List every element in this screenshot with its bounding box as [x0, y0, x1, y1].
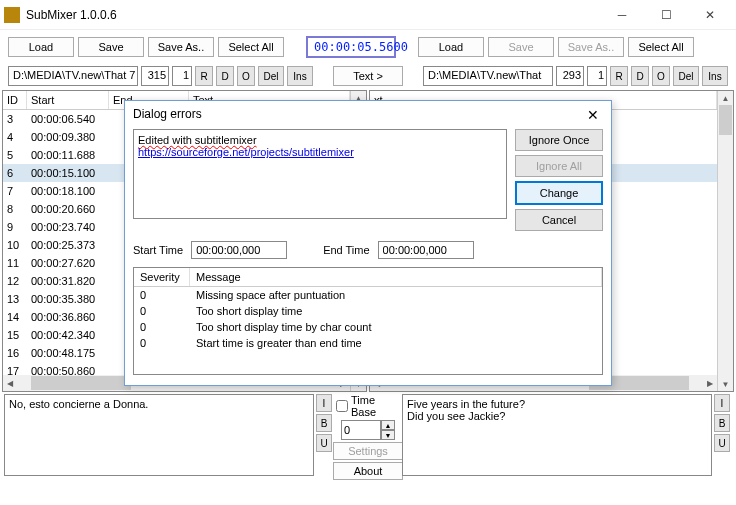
change-button[interactable]: Change [515, 181, 603, 205]
dialog-link[interactable]: https://sourceforge.net/projects/subtitl… [138, 146, 354, 158]
right-r-button[interactable]: R [610, 66, 628, 86]
left-save-button[interactable]: Save [78, 37, 144, 57]
message-header[interactable]: Message [190, 268, 602, 286]
error-row[interactable]: 0Too short display time by char count [134, 319, 602, 335]
underline-button[interactable]: U [714, 434, 730, 452]
col-id[interactable]: ID [3, 91, 27, 109]
left-arrow-icon[interactable]: ◀ [3, 379, 17, 388]
bottom-editors: No, esto concierne a Donna. I B U Time B… [0, 392, 736, 478]
start-time-label: Start Time [133, 244, 183, 256]
app-icon [4, 7, 20, 23]
timebase-check[interactable] [336, 400, 348, 412]
error-list[interactable]: Severity Message 0Missing space after pu… [133, 267, 603, 375]
dialog-titlebar: Dialog errors ✕ [125, 101, 611, 129]
minimize-button[interactable]: ─ [600, 1, 644, 29]
dialog-content[interactable]: Edited with subtitlemixer https://source… [133, 129, 507, 219]
left-format-buttons: I B U [316, 394, 334, 476]
underline-button[interactable]: U [316, 434, 332, 452]
center-controls: Time Base ▲ ▼ Settings About [336, 394, 400, 476]
spinner-input[interactable] [341, 420, 381, 440]
titlebar: SubMixer 1.0.0.6 ─ ☐ ✕ [0, 0, 736, 30]
italic-button[interactable]: I [316, 394, 332, 412]
right-num2[interactable]: 1 [587, 66, 607, 86]
italic-button[interactable]: I [714, 394, 730, 412]
right-load-button[interactable]: Load [418, 37, 484, 57]
timebase-checkbox[interactable]: Time Base [336, 394, 400, 418]
bold-button[interactable]: B [316, 414, 332, 432]
maximize-button[interactable]: ☐ [644, 1, 688, 29]
left-path[interactable]: D:\MEDIA\TV.new\That 7 [8, 66, 138, 86]
right-vscroll[interactable]: ▲ ▼ [717, 91, 733, 391]
dialog-title: Dialog errors [133, 107, 583, 123]
left-d-button[interactable]: D [216, 66, 234, 86]
hscroll-thumb[interactable] [31, 376, 131, 390]
text-direction-button[interactable]: Text > [333, 66, 403, 86]
right-arrow-icon[interactable]: ▶ [703, 379, 717, 388]
time-position[interactable]: 00:00:05.5600 [306, 36, 396, 58]
right-del-button[interactable]: Del [673, 66, 699, 86]
right-o-button[interactable]: O [652, 66, 670, 86]
end-time-input[interactable] [378, 241, 474, 259]
close-button[interactable]: ✕ [688, 1, 732, 29]
cancel-button[interactable]: Cancel [515, 209, 603, 231]
left-r-button[interactable]: R [195, 66, 213, 86]
left-num1[interactable]: 315 [141, 66, 169, 86]
ignore-all-button[interactable]: Ignore All [515, 155, 603, 177]
main-toolbar: Load Save Save As.. Select All 00:00:05.… [0, 30, 736, 64]
end-time-label: End Time [323, 244, 369, 256]
spin-up-icon[interactable]: ▲ [381, 420, 395, 430]
right-d-button[interactable]: D [631, 66, 649, 86]
right-ins-button[interactable]: Ins [702, 66, 728, 86]
left-saveas-button[interactable]: Save As.. [148, 37, 214, 57]
dialog-errors: Dialog errors ✕ Edited with subtitlemixe… [124, 100, 612, 386]
right-num1[interactable]: 293 [556, 66, 584, 86]
left-o-button[interactable]: O [237, 66, 255, 86]
col-start[interactable]: Start [27, 91, 109, 109]
right-selectall-button[interactable]: Select All [628, 37, 694, 57]
spin-down-icon[interactable]: ▼ [381, 430, 395, 440]
left-del-button[interactable]: Del [258, 66, 284, 86]
right-save-button[interactable]: Save [488, 37, 554, 57]
dialog-close-icon[interactable]: ✕ [583, 107, 603, 123]
left-edit-text[interactable]: No, esto concierne a Donna. [4, 394, 314, 476]
severity-header[interactable]: Severity [134, 268, 190, 286]
right-edit-text[interactable]: Five years in the future? Did you see Ja… [402, 394, 712, 476]
start-time-input[interactable] [191, 241, 287, 259]
dialog-text-line1: Edited with subtitlemixer [138, 134, 257, 146]
about-button[interactable]: About [333, 462, 403, 480]
bold-button[interactable]: B [714, 414, 730, 432]
left-selectall-button[interactable]: Select All [218, 37, 284, 57]
up-arrow-icon[interactable]: ▲ [718, 91, 733, 105]
ignore-once-button[interactable]: Ignore Once [515, 129, 603, 151]
left-ins-button[interactable]: Ins [287, 66, 313, 86]
left-num2[interactable]: 1 [172, 66, 192, 86]
path-toolbar: D:\MEDIA\TV.new\That 7 315 1 R D O Del I… [0, 64, 736, 90]
vscroll-thumb[interactable] [719, 105, 732, 135]
error-row[interactable]: 0Too short display time [134, 303, 602, 319]
down-arrow-icon[interactable]: ▼ [718, 377, 733, 391]
right-saveas-button[interactable]: Save As.. [558, 37, 624, 57]
right-format-buttons: I B U [714, 394, 732, 476]
error-row[interactable]: 0Missing space after puntuation [134, 287, 602, 303]
settings-button[interactable]: Settings [333, 442, 403, 460]
right-path[interactable]: D:\MEDIA\TV.new\That [423, 66, 553, 86]
left-load-button[interactable]: Load [8, 37, 74, 57]
error-row[interactable]: 0Start time is greater than end time [134, 335, 602, 351]
window-title: SubMixer 1.0.0.6 [26, 8, 600, 22]
